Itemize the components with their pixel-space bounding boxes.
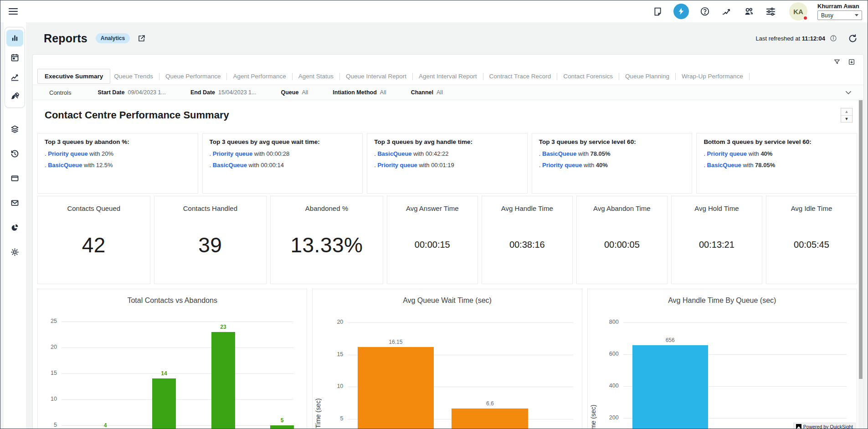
tab-executive-summary[interactable]: Executive Summary	[37, 69, 110, 84]
report-tabs: Executive SummaryQueue TrendsQueue Perfo…	[37, 68, 842, 85]
y-tick-label: 800	[600, 319, 619, 325]
gridline	[62, 322, 293, 322]
gridline	[623, 322, 847, 323]
kpi-card-avg-abandon-time: Avg Abandon Time00:00:05	[576, 196, 668, 284]
refresh-icon[interactable]	[848, 34, 858, 43]
sidebar-item-bar-chart[interactable]	[6, 30, 23, 46]
controls-collapse-icon[interactable]	[844, 88, 853, 97]
tab-separator	[749, 73, 750, 80]
queue-link[interactable]: BasicQueue	[48, 162, 82, 169]
sidebar-item-line-chart[interactable]	[6, 69, 23, 86]
chart-3: Avg Handle Time By Queue (sec)8006004002…	[587, 289, 857, 429]
bar-value-label: 656	[654, 337, 686, 343]
tab-queue-performance[interactable]: Queue Performance	[165, 73, 221, 80]
queue-link[interactable]: Priority queue	[213, 150, 252, 157]
queue-link[interactable]: Priority queue	[707, 150, 747, 157]
chart-title: Avg Handle Time By Queue (sec)	[588, 296, 857, 305]
user-block: Khurram Awan Busy	[817, 3, 862, 20]
export-icon[interactable]	[848, 58, 855, 66]
tab-agent-status[interactable]: Agent Status	[298, 73, 334, 80]
tab-separator	[226, 73, 227, 80]
last-refreshed-time: 11:12:04	[802, 35, 825, 42]
sidebar-item-history[interactable]	[6, 145, 23, 162]
tab-wrap-up-performance[interactable]: Wrap-Up Performance	[682, 73, 743, 80]
filter-start-date[interactable]: Start Date09/04/2023 1...	[98, 89, 165, 96]
sidebar-item-pie-chart[interactable]	[6, 219, 23, 236]
preferences-icon[interactable]	[765, 5, 776, 17]
spinner-up-icon[interactable]: ▲	[841, 108, 852, 116]
filter-queue[interactable]: QueueAll	[281, 89, 308, 96]
queue-link[interactable]: Priority queue	[542, 162, 582, 169]
scroll-spinner: ▲ ▼	[841, 108, 853, 123]
kpi-title: Contacts Handled	[183, 204, 237, 212]
insight-card-title: Bottom 3 queues by service level 60:	[704, 138, 850, 145]
queue-link[interactable]: Priority queue	[48, 150, 87, 157]
scrollbar-thumb[interactable]	[859, 100, 863, 379]
app-window: KA Khurram Awan Busy	[0, 0, 868, 429]
tab-separator	[483, 73, 483, 80]
sidebar-item-settings[interactable]	[6, 244, 23, 260]
info-icon[interactable]	[830, 35, 837, 42]
external-link-icon[interactable]	[137, 34, 146, 43]
sidebar-item-layers[interactable]	[6, 121, 23, 138]
tab-queue-trends[interactable]: Queue Trends	[114, 73, 153, 80]
filter-label: Intiation Method	[333, 89, 377, 96]
flash-icon[interactable]	[673, 4, 689, 19]
avatar[interactable]: KA	[789, 2, 807, 20]
bar[interactable]	[358, 347, 434, 429]
queue-link[interactable]: BasicQueue	[542, 150, 576, 157]
agents-icon[interactable]	[743, 5, 755, 17]
filter-channel[interactable]: ChannelAll	[411, 89, 443, 96]
chart-2: Avg Queue Wait Time (sec)2015105Avg Queu…	[312, 289, 582, 429]
sidebar-item-calendar[interactable]	[6, 49, 23, 66]
kpi-value-wrap: 00:38:16	[482, 212, 572, 284]
kpi-value: 42	[82, 233, 106, 257]
bar[interactable]	[152, 378, 176, 429]
queue-link[interactable]: Priority queue	[377, 162, 417, 169]
report-panel: Executive SummaryQueue TrendsQueue Perfo…	[32, 54, 864, 429]
chevron-down-icon	[855, 14, 858, 16]
filter-label: Queue	[281, 89, 298, 96]
status-select[interactable]: Busy	[817, 10, 862, 20]
filter-end-date[interactable]: End Date15/04/2023 1...	[190, 89, 257, 96]
y-axis-label: Avg Handle Time (sec)	[590, 342, 597, 429]
tab-queue-planning[interactable]: Queue Planning	[625, 73, 669, 80]
tab-agent-interval-report[interactable]: Agent Interval Report	[419, 73, 477, 80]
analytics-badge: Analytics	[96, 33, 130, 43]
insight-line: . Priority queue with 00:01:19	[374, 161, 520, 169]
insight-value: 00:42:22	[426, 150, 449, 157]
filter-icon[interactable]	[833, 58, 841, 66]
y-tick-label: 20	[324, 319, 343, 325]
help-icon[interactable]	[699, 5, 711, 17]
queue-link[interactable]: BasicQueue	[377, 150, 411, 157]
queue-link[interactable]: BasicQueue	[213, 162, 247, 169]
kpi-value-wrap: 00:00:15	[387, 212, 478, 284]
bar[interactable]	[211, 332, 235, 429]
tab-contact-forensics[interactable]: Contact Forensics	[563, 73, 613, 80]
filter-value: All	[437, 89, 443, 96]
bar[interactable]	[632, 345, 708, 429]
sidebar-item-design[interactable]	[6, 88, 23, 105]
tab-separator	[339, 73, 340, 80]
insight-card: Top 3 queues by avg queue wait time:. Pr…	[202, 133, 363, 194]
insight-value: 40%	[596, 162, 608, 169]
vertical-scrollbar[interactable]	[858, 99, 863, 429]
queue-link[interactable]: BasicQueue	[707, 162, 741, 169]
filter-intiation-method[interactable]: Intiation MethodAll	[333, 89, 386, 96]
insight-card-title: Top 3 queues by abandon %:	[45, 138, 191, 145]
hamburger-menu-icon[interactable]	[8, 5, 20, 17]
tab-queue-interval-report[interactable]: Queue Interval Report	[346, 73, 406, 80]
metrics-icon[interactable]	[721, 5, 733, 17]
bar[interactable]	[452, 409, 528, 429]
sidebar-item-window[interactable]	[6, 170, 23, 187]
sidebar-item-mail[interactable]	[6, 194, 23, 211]
notes-icon[interactable]	[652, 5, 663, 17]
bar[interactable]	[270, 425, 294, 429]
spinner-down-icon[interactable]: ▼	[841, 116, 852, 123]
insight-line: . BasicQueue with 78.05%	[704, 161, 850, 169]
summary-heading: Contact Centre Performance Summary	[37, 109, 229, 121]
kpi-title: Avg Abandon Time	[593, 204, 651, 212]
tab-agent-performance[interactable]: Agent Performance	[233, 73, 286, 80]
filter-label: End Date	[190, 89, 215, 96]
tab-contract-trace-record[interactable]: Contract Trace Record	[489, 73, 551, 80]
